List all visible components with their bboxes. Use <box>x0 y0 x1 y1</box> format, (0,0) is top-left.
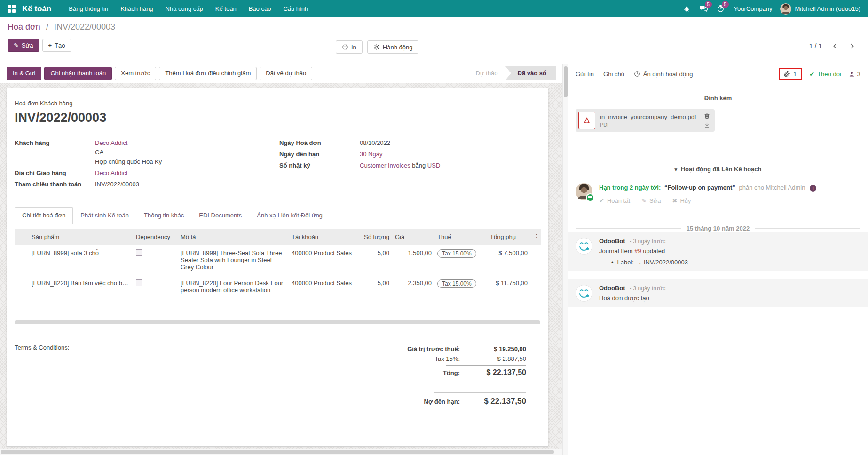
status-draft[interactable]: Dự thảo <box>468 66 505 80</box>
tab-invoice-lines[interactable]: Chi tiết hoá đơn <box>15 207 73 224</box>
print-button[interactable]: In <box>336 40 363 54</box>
line-price: 1.500,00 <box>392 245 434 275</box>
amount-due-label: Nợ đến hạn: <box>362 398 467 405</box>
download-attachment-icon[interactable] <box>704 122 710 128</box>
col-subtotal[interactable]: Tổng phụ <box>487 229 530 245</box>
cancel-activity-button[interactable]: ✖ Hủy <box>672 197 691 204</box>
pager-next-icon[interactable] <box>848 42 856 50</box>
pager-previous-icon[interactable] <box>831 42 839 50</box>
dependency-checkbox[interactable] <box>136 279 142 286</box>
customer-link[interactable]: Deco Addict <box>95 139 279 146</box>
attachment-count: 1 <box>793 71 797 78</box>
optional-columns-icon[interactable]: ⋮ <box>530 229 541 245</box>
customer-state: CA <box>95 149 279 156</box>
col-product[interactable]: Sản phẩm <box>29 229 133 245</box>
chevron-down-icon: ▾ <box>674 167 677 172</box>
debug-bug-icon[interactable] <box>679 0 695 17</box>
vertical-scrollbar-thumb[interactable] <box>564 66 568 97</box>
activity-assigned-to: phân cho Mitchell Admin <box>739 184 805 191</box>
chatter-message: OdooBot - 3 ngày trước Hoá đơn được tạo <box>568 279 868 307</box>
odoobot-avatar <box>576 238 592 255</box>
payment-reference-value: INV/2022/00003 <box>95 181 139 188</box>
follow-button[interactable]: ✔ Theo dõi <box>809 71 841 78</box>
user-menu[interactable]: Mitchell Admin (odoo15) <box>780 3 860 15</box>
preview-button[interactable]: Xem trước <box>115 67 156 80</box>
action-button[interactable]: Hành động <box>367 40 419 54</box>
currency-link[interactable]: USD <box>427 162 440 169</box>
tab-journal-items[interactable]: Phát sinh Kế toán <box>73 207 136 224</box>
pdf-file-icon[interactable] <box>578 112 595 129</box>
col-account[interactable]: Tài khoản <box>289 229 361 245</box>
menu-customers[interactable]: Khách hàng <box>114 0 159 17</box>
line-subtotal: $ 11.750,00 <box>487 275 530 298</box>
planned-activity: Hạn trong 2 ngày tới: “Follow-up on paym… <box>576 183 860 204</box>
schedule-activity-button[interactable]: Ấn định hoạt động <box>634 71 693 78</box>
attachment-filename[interactable]: in_invoice_yourcompany_demo.pdf <box>600 113 696 120</box>
user-avatar <box>780 3 791 15</box>
dependency-checkbox[interactable] <box>136 249 142 256</box>
mark-done-button[interactable]: ✔ Hoàn tất <box>599 197 630 204</box>
menu-configuration[interactable]: Cấu hình <box>277 0 314 17</box>
add-credit-note-button[interactable]: Thêm Hoá đơn điều chỉnh giảm <box>159 67 257 80</box>
person-icon <box>849 71 855 77</box>
tab-counterpart-mapping[interactable]: Ánh xạ Liên kết Đối ứng <box>249 207 330 224</box>
message-author[interactable]: OdooBot <box>599 238 625 245</box>
tab-edi-documents[interactable]: EDI Documents <box>191 207 249 224</box>
tab-other-info[interactable]: Thông tin khác <box>136 207 191 224</box>
planned-activities-section-header[interactable]: ▾ Hoạt động đã Lên Kế hoạch <box>576 166 860 173</box>
apps-menu-icon[interactable] <box>8 5 16 13</box>
empty-line-row[interactable] <box>15 298 541 311</box>
delivery-address-link[interactable]: Deco Addict <box>95 169 127 176</box>
register-payment-button[interactable]: Ghi nhận thanh toán <box>44 67 112 80</box>
activity-type-badge-icon <box>586 193 594 202</box>
paperclip-icon <box>784 71 790 77</box>
edit-activity-button[interactable]: ✎ Sửa <box>641 197 661 204</box>
menu-accounting[interactable]: Kế toán <box>209 0 243 17</box>
company-switcher[interactable]: YourCompany <box>734 5 773 12</box>
message-author[interactable]: OdooBot <box>599 285 625 292</box>
invoice-line-row[interactable]: [FURN_8999] sofa 3 chỗ [FURN_8999] Three… <box>15 245 541 275</box>
delete-attachment-icon[interactable] <box>704 113 710 119</box>
edit-button[interactable]: ✎ Sửa <box>8 39 39 52</box>
menu-vendors[interactable]: Nhà cung cấp <box>159 0 209 17</box>
chatter-panel: Gửi tin Ghi chú Ấn định hoạt động 1 ✔ Th… <box>568 64 868 455</box>
breadcrumb-current: INV/2022/00003 <box>54 22 115 32</box>
untaxed-amount-value: $ 19.250,00 <box>467 345 526 352</box>
col-description[interactable]: Mô tả <box>178 229 289 245</box>
col-dependency[interactable]: Dependency <box>133 229 178 245</box>
col-price[interactable]: Giá <box>392 229 434 245</box>
send-and-print-button[interactable]: In & Gửi <box>7 67 41 80</box>
app-name[interactable]: Kế toán <box>22 4 51 14</box>
line-product: [FURN_8999] sofa 3 chỗ <box>29 245 133 275</box>
menu-dashboard[interactable]: Bảng thông tin <box>63 0 114 17</box>
col-tax[interactable]: Thuế <box>434 229 487 245</box>
breadcrumb-invoices-link[interactable]: Hoá đơn <box>8 22 40 32</box>
payment-terms-link[interactable]: 30 Ngày <box>360 151 382 158</box>
top-navbar: Kế toán Bảng thông tin Khách hàng Nhà cu… <box>0 0 868 17</box>
horizontal-scrollbar <box>0 449 562 455</box>
table-horizontal-scrollbar[interactable] <box>15 320 540 324</box>
status-posted[interactable]: Đã vào sổ <box>505 66 556 80</box>
invoice-line-row[interactable]: [FURN_8220] Bàn làm việc cho bố... [FURN… <box>15 275 541 298</box>
journal-conjunction: bằng <box>412 162 426 169</box>
messages-icon[interactable]: 5 <box>695 0 712 17</box>
messages-badge: 5 <box>705 1 712 8</box>
total-value: $ 22.137,50 <box>467 368 526 377</box>
info-icon[interactable]: i <box>810 185 816 192</box>
table-header-row: Sản phẩm Dependency Mô tả Tài khoản Số l… <box>15 229 541 245</box>
menu-reporting[interactable]: Báo cáo <box>243 0 277 17</box>
send-message-button[interactable]: Gửi tin <box>576 71 594 78</box>
attachments-counter-highlighted[interactable]: 1 <box>779 68 802 80</box>
create-button[interactable]: + Tạo <box>42 39 71 52</box>
activities-icon[interactable]: 5 <box>712 0 729 17</box>
horizontal-scrollbar-thumb[interactable] <box>1 450 554 454</box>
journal-item-ref: #9 <box>634 247 641 255</box>
followers-button[interactable]: 3 <box>849 71 860 78</box>
tax-tag: Tax 15.00% <box>437 249 476 258</box>
log-note-button[interactable]: Ghi chú <box>603 71 624 78</box>
col-quantity[interactable]: Số lượng <box>361 229 392 245</box>
reset-to-draft-button[interactable]: Đặt về dự thảo <box>260 67 312 80</box>
row-handle-header <box>15 229 29 245</box>
journal-link[interactable]: Customer Invoices <box>360 162 410 169</box>
line-product: [FURN_8220] Bàn làm việc cho bố... <box>29 275 133 298</box>
